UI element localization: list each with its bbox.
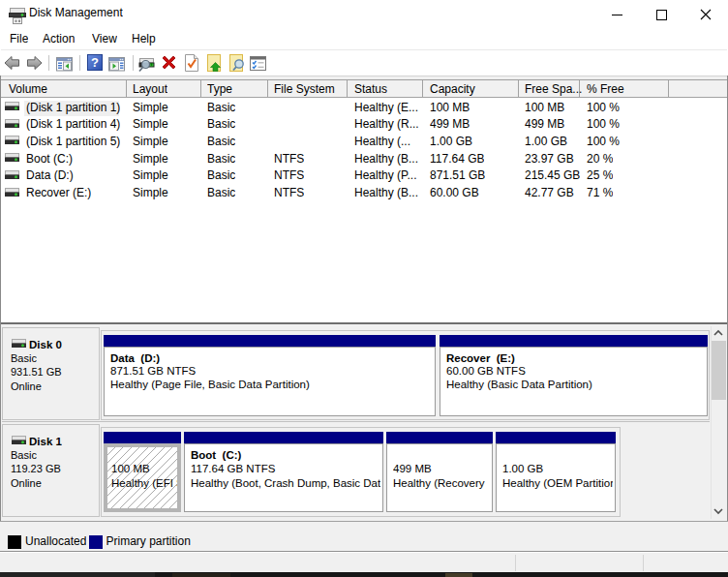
svg-text:?: ? [91,55,99,70]
